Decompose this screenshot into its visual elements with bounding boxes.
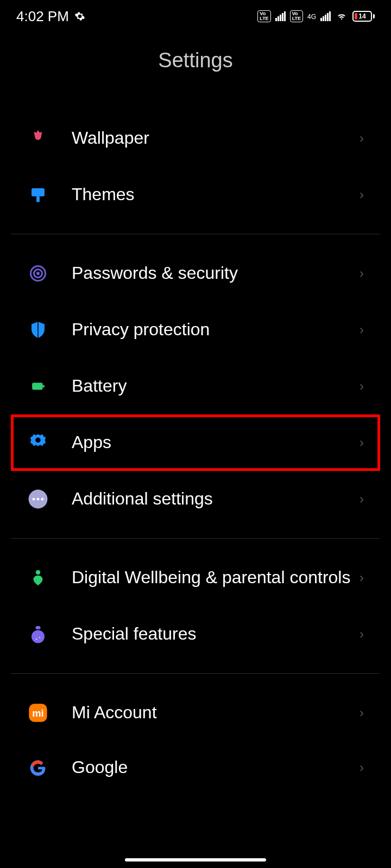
brush-icon: [27, 184, 49, 206]
settings-row-wallpaper[interactable]: Wallpaper ›: [11, 110, 380, 167]
settings-list: Wallpaper › Themes › Passwords & securit…: [0, 99, 391, 790]
google-icon: [27, 757, 49, 778]
settings-row-google[interactable]: Google ›: [11, 741, 380, 779]
svg-rect-13: [36, 626, 41, 629]
settings-row-themes[interactable]: Themes ›: [11, 167, 380, 223]
signal-icon-2: [320, 11, 331, 21]
chevron-right-icon: ›: [360, 760, 364, 775]
chevron-right-icon: ›: [360, 187, 364, 202]
person-heart-icon: [27, 567, 49, 589]
settings-row-miaccount[interactable]: mi Mi Account ›: [11, 685, 380, 741]
settings-row-privacy[interactable]: Privacy protection ›: [11, 302, 380, 358]
status-time: 4:02 PM: [16, 8, 69, 25]
settings-row-additional[interactable]: Additional settings ›: [11, 471, 380, 527]
flask-icon: [27, 623, 49, 645]
gear-blob-icon: [27, 432, 49, 454]
settings-row-passwords[interactable]: Passwords & security ›: [11, 245, 380, 302]
home-indicator[interactable]: [125, 858, 266, 861]
svg-rect-6: [43, 385, 45, 387]
network-type: 4G: [307, 14, 316, 20]
settings-row-battery[interactable]: Battery ›: [11, 358, 380, 414]
svg-point-12: [36, 570, 41, 575]
tulip-icon: [27, 127, 49, 149]
svg-point-11: [41, 498, 44, 501]
row-label: Passwords & security: [72, 262, 360, 285]
svg-point-9: [33, 498, 35, 501]
row-label: Wallpaper: [72, 127, 360, 150]
volte-icon-2: VoLTE: [290, 10, 303, 22]
chevron-right-icon: ›: [360, 266, 364, 281]
row-label: Special features: [72, 623, 360, 646]
settings-row-apps[interactable]: Apps ›: [11, 414, 380, 471]
chevron-right-icon: ›: [360, 627, 364, 642]
chevron-right-icon: ›: [360, 435, 364, 450]
svg-rect-5: [32, 383, 42, 390]
row-label: Additional settings: [72, 488, 360, 510]
settings-group: Wallpaper › Themes ›: [11, 99, 380, 234]
page-title: Settings: [0, 33, 391, 99]
row-label: Mi Account: [72, 701, 360, 724]
settings-row-special[interactable]: Special features ›: [11, 606, 380, 662]
svg-point-16: [39, 637, 40, 638]
battery-indicator: 14: [352, 11, 375, 22]
row-label: Privacy protection: [72, 318, 360, 341]
row-label: Themes: [72, 183, 360, 206]
chevron-right-icon: ›: [360, 322, 364, 337]
svg-point-7: [35, 438, 41, 443]
svg-point-10: [37, 498, 40, 501]
svg-point-14: [31, 630, 45, 643]
svg-point-4: [37, 273, 39, 275]
chevron-right-icon: ›: [360, 131, 364, 146]
settings-row-wellbeing[interactable]: Digital Wellbeing & parental controls ›: [11, 550, 380, 606]
mi-icon: mi: [27, 702, 49, 724]
shield-icon: [27, 319, 49, 341]
row-label: Digital Wellbeing & parental controls: [72, 566, 360, 589]
battery-icon: [27, 375, 49, 397]
gear-icon: [74, 11, 85, 22]
svg-text:mi: mi: [32, 707, 43, 719]
chevron-right-icon: ›: [360, 379, 364, 394]
settings-group: mi Mi Account › Google ›: [11, 674, 380, 790]
svg-rect-1: [36, 196, 40, 202]
chevron-right-icon: ›: [360, 570, 364, 585]
dots-icon: [27, 488, 49, 510]
settings-group: Passwords & security › Privacy protectio…: [11, 234, 380, 539]
volte-icon: VoLTE: [257, 10, 270, 22]
row-label: Battery: [72, 375, 360, 398]
status-bar: 4:02 PM VoLTE VoLTE 4G 14: [0, 0, 391, 33]
svg-point-15: [36, 639, 37, 640]
settings-group: Digital Wellbeing & parental controls › …: [11, 539, 380, 674]
signal-icon: [275, 11, 286, 21]
row-label: Google: [72, 756, 360, 779]
chevron-right-icon: ›: [360, 705, 364, 720]
svg-rect-0: [31, 188, 45, 196]
fingerprint-icon: [27, 263, 49, 284]
wifi-icon: [335, 11, 348, 22]
row-label: Apps: [72, 431, 360, 454]
chevron-right-icon: ›: [360, 492, 364, 507]
